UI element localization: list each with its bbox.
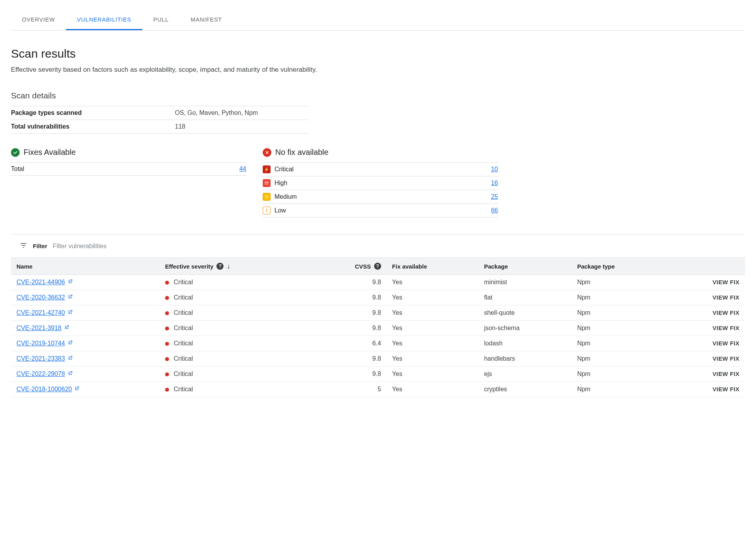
col-package[interactable]: Package (478, 258, 572, 275)
severity-dot-icon (165, 296, 169, 300)
scan-details-table: Package types scanned OS, Go, Maven, Pyt… (11, 106, 309, 134)
cve-link[interactable]: CVE-2021-23383 (16, 355, 73, 362)
cell-ptype: Npm (572, 275, 669, 290)
page-title: Scan results (11, 47, 745, 60)
cell-severity: Critical (160, 321, 312, 336)
filter-label: Filter (33, 243, 47, 249)
view-fix-button[interactable]: VIEW FIX (712, 309, 740, 316)
vulnerabilities-table: Name Effective severity ? ↓ CVSS ? Fix a… (11, 258, 745, 397)
no-fix-count-link[interactable]: 10 (491, 166, 498, 172)
page-subtitle: Effective severity based on factors such… (11, 66, 745, 74)
external-link-icon (67, 340, 73, 347)
fixes-total-link[interactable]: 44 (239, 165, 246, 172)
cve-link[interactable]: CVE-2021-44906 (16, 279, 73, 286)
external-link-icon (67, 370, 73, 378)
tab-pull[interactable]: PULL (142, 9, 180, 30)
table-row: CVE-2021-3918 Critical 9.8 Yes json-sche… (11, 321, 745, 336)
cell-fix: Yes (387, 321, 479, 336)
external-link-icon (67, 309, 73, 316)
tab-manifest[interactable]: MANIFEST (180, 9, 233, 30)
severity-dot-icon (165, 327, 169, 330)
cell-severity: Critical (160, 290, 312, 305)
no-fix-table: ⚡ Critical 10 !!! High 16 !! Medium 25 !… (263, 162, 498, 218)
severity-dot-icon (165, 388, 169, 392)
no-fix-label: No fix available (275, 148, 329, 157)
tab-vulnerabilities[interactable]: VULNERABILITIES (66, 9, 142, 30)
external-link-icon (67, 355, 73, 362)
table-row: CVE-2021-23383 Critical 9.8 Yes handleba… (11, 351, 745, 367)
col-ptype[interactable]: Package type (572, 258, 669, 275)
severity-label: High (274, 180, 287, 187)
detail-key: Package types scanned (11, 106, 175, 120)
severity-dot-icon (165, 357, 169, 361)
cell-fix: Yes (387, 305, 479, 321)
cell-fix: Yes (387, 275, 479, 290)
cve-link[interactable]: CVE-2021-3918 (16, 325, 69, 332)
tab-overview[interactable]: OVERVIEW (11, 9, 66, 30)
cell-fix: Yes (387, 382, 479, 397)
severity-critical-icon: ⚡ (263, 165, 271, 173)
view-fix-button[interactable]: VIEW FIX (712, 386, 740, 392)
view-fix-button[interactable]: VIEW FIX (712, 340, 740, 347)
external-link-icon (74, 386, 80, 393)
view-fix-button[interactable]: VIEW FIX (712, 355, 740, 362)
col-severity[interactable]: Effective severity ? ↓ (160, 258, 312, 275)
cve-link[interactable]: CVE-2019-10744 (16, 340, 73, 347)
filter-bar[interactable]: Filter Filter vulnerabilities (11, 234, 745, 258)
cell-severity: Critical (160, 305, 312, 321)
cell-fix: Yes (387, 290, 479, 305)
cve-link[interactable]: CVE-2021-42740 (16, 309, 73, 316)
cell-cvss: 9.8 (312, 351, 387, 367)
cell-cvss: 9.8 (312, 367, 387, 382)
cve-link[interactable]: CVE-2018-1000620 (16, 386, 80, 393)
cell-package: json-schema (478, 321, 572, 336)
view-fix-button[interactable]: VIEW FIX (712, 370, 740, 377)
cell-ptype: Npm (572, 336, 669, 351)
cell-package: flat (478, 290, 572, 305)
severity-medium-icon: !! (263, 193, 271, 201)
col-name[interactable]: Name (11, 258, 160, 275)
cell-cvss: 9.8 (312, 290, 387, 305)
cell-package: minimist (478, 275, 572, 290)
cell-ptype: Npm (572, 305, 669, 321)
no-fix-count-link[interactable]: 25 (491, 193, 498, 200)
check-circle-icon (11, 148, 20, 157)
table-row: CVE-2022-29078 Critical 9.8 Yes ejs Npm … (11, 367, 745, 382)
cell-severity: Critical (160, 367, 312, 382)
help-icon[interactable]: ? (216, 263, 224, 270)
table-row: CVE-2021-42740 Critical 9.8 Yes shell-qu… (11, 305, 745, 321)
filter-icon (20, 242, 27, 251)
cell-severity: Critical (160, 351, 312, 367)
no-fix-count-link[interactable]: 66 (491, 207, 498, 214)
detail-value: OS, Go, Maven, Python, Npm (175, 106, 309, 120)
cell-severity: Critical (160, 275, 312, 290)
col-cvss[interactable]: CVSS ? (312, 258, 387, 275)
view-fix-button[interactable]: VIEW FIX (712, 279, 740, 285)
view-fix-button[interactable]: VIEW FIX (712, 294, 740, 301)
help-icon[interactable]: ? (374, 263, 381, 270)
external-link-icon (67, 279, 73, 286)
col-fix[interactable]: Fix available (387, 258, 479, 275)
table-row: CVE-2021-44906 Critical 9.8 Yes minimist… (11, 275, 745, 290)
severity-dot-icon (165, 311, 169, 315)
detail-key: Total vulnerabilities (11, 120, 175, 134)
filter-input[interactable]: Filter vulnerabilities (53, 243, 107, 250)
cell-cvss: 9.8 (312, 275, 387, 290)
cve-link[interactable]: CVE-2022-29078 (16, 370, 73, 378)
no-fix-count-link[interactable]: 16 (491, 180, 498, 186)
cell-severity: Critical (160, 382, 312, 397)
cve-link[interactable]: CVE-2020-36632 (16, 294, 73, 301)
fixes-total-label: Total (11, 163, 165, 176)
cell-package: lodash (478, 336, 572, 351)
cell-package: ejs (478, 367, 572, 382)
table-row: CVE-2020-36632 Critical 9.8 Yes flat Npm… (11, 290, 745, 305)
cell-severity: Critical (160, 336, 312, 351)
view-fix-button[interactable]: VIEW FIX (712, 325, 740, 331)
severity-label: Critical (274, 166, 294, 173)
cell-ptype: Npm (572, 351, 669, 367)
section-scan-details-title: Scan details (11, 91, 745, 100)
external-link-icon (64, 325, 69, 332)
table-row: CVE-2019-10744 Critical 6.4 Yes lodash N… (11, 336, 745, 351)
sort-desc-icon[interactable]: ↓ (227, 263, 230, 270)
fixes-available-label: Fixes Available (24, 148, 76, 157)
